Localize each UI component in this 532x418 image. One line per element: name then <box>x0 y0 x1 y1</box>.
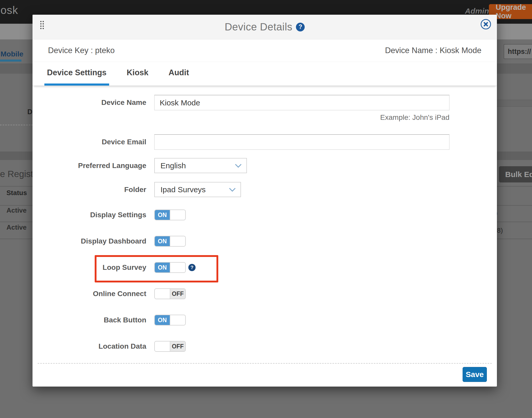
toggle-state-text: ON <box>155 236 170 246</box>
help-icon[interactable]: ? <box>296 23 305 31</box>
device-key-text: Device Key : pteko <box>48 46 115 55</box>
display-settings-toggle[interactable]: ON <box>154 210 186 220</box>
toggle-state-text: ON <box>155 315 170 325</box>
device-name-helper: Example: John's iPad <box>154 113 449 122</box>
device-name-row: Device Name <box>33 95 449 110</box>
location-data-toggle[interactable]: OFF <box>154 341 186 352</box>
location-data-label: Location Data <box>33 342 146 350</box>
back-button-toggle[interactable]: ON <box>154 315 186 325</box>
toggle-knob <box>170 210 185 220</box>
device-details-modal: Device Details ? Device Key : pteko Devi… <box>33 15 497 387</box>
device-key-row: Device Key : pteko Device Name : Kiosk M… <box>33 39 497 62</box>
device-name-text: Device Name : Kiosk Mode <box>385 46 481 55</box>
device-email-row: Device Email <box>33 134 449 150</box>
toggle-knob <box>155 289 170 299</box>
device-name-input[interactable] <box>154 95 449 110</box>
toggle-state-text: OFF <box>170 341 185 351</box>
folder-row: Folder Ipad Surveys <box>33 182 241 197</box>
status-column-header: Status <box>6 189 27 197</box>
url-input[interactable]: https:// <box>504 44 532 59</box>
tab-mobile[interactable]: Mobile <box>1 50 23 58</box>
preferred-language-row: Preferred Language English <box>33 158 247 173</box>
online-connect-row: Online Connect OFF <box>33 288 186 299</box>
loop-survey-row: Loop Survey ON ? <box>33 262 196 273</box>
online-connect-label: Online Connect <box>33 290 146 298</box>
device-email-input[interactable] <box>154 134 449 150</box>
display-settings-row: Display Settings ON <box>33 210 186 220</box>
tab-mobile-underline <box>0 60 21 62</box>
preferred-language-label: Preferred Language <box>33 162 146 170</box>
toggle-state-text: ON <box>155 210 170 220</box>
modal-title: Device Details <box>225 21 293 33</box>
modal-header: Device Details ? <box>33 15 497 39</box>
toggle-knob <box>170 263 185 272</box>
display-dashboard-label: Display Dashboard <box>33 237 146 245</box>
back-button-row: Back Button ON <box>33 315 186 325</box>
display-settings-label: Display Settings <box>33 211 146 219</box>
registrations-heading-partial: e Registr <box>0 169 36 179</box>
folder-label: Folder <box>33 186 146 194</box>
folder-select[interactable]: Ipad Surveys <box>154 182 241 197</box>
back-button-label: Back Button <box>33 316 146 324</box>
folder-value: Ipad Surveys <box>160 185 206 194</box>
table-row-count-partial: 8) <box>497 227 503 235</box>
device-name-label: Device Name <box>33 98 146 107</box>
toggle-knob <box>170 236 185 246</box>
loop-survey-help-icon[interactable]: ? <box>188 264 196 271</box>
drag-handle-icon[interactable] <box>40 21 44 29</box>
tab-audit[interactable]: Audit <box>166 62 191 86</box>
tab-device-settings[interactable]: Device Settings <box>44 62 109 86</box>
chevron-down-icon <box>229 188 236 192</box>
toggle-state-text: OFF <box>170 289 185 299</box>
online-connect-toggle[interactable]: OFF <box>154 288 186 299</box>
loop-survey-label: Loop Survey <box>33 263 146 272</box>
bulk-edit-button[interactable]: Bulk Edit <box>499 166 532 182</box>
footer-dashed-divider <box>38 363 492 364</box>
tab-kiosk[interactable]: Kiosk <box>124 62 151 86</box>
display-dashboard-row: Display Dashboard ON <box>33 236 186 247</box>
app-logo-partial: osk <box>1 4 18 16</box>
display-dashboard-toggle[interactable]: ON <box>154 236 186 247</box>
table-row-status: Active <box>6 223 27 231</box>
admin-menu[interactable]: Admin <box>465 7 489 15</box>
modal-tabs: Device Settings Kiosk Audit <box>33 62 497 86</box>
background-partial-label: D <box>27 108 33 116</box>
toggle-knob <box>155 341 170 351</box>
location-data-row: Location Data OFF <box>33 341 186 352</box>
toggle-state-text: ON <box>155 263 170 272</box>
device-email-label: Device Email <box>33 138 146 146</box>
preferred-language-select[interactable]: English <box>154 158 247 173</box>
preferred-language-value: English <box>160 161 186 170</box>
toggle-knob <box>170 315 185 325</box>
table-row-status: Active <box>6 206 27 214</box>
close-x-glyph <box>483 22 488 27</box>
loop-survey-toggle[interactable]: ON <box>154 262 186 273</box>
close-icon[interactable] <box>481 19 491 29</box>
chevron-down-icon <box>235 164 242 168</box>
save-button[interactable]: Save <box>463 367 487 382</box>
